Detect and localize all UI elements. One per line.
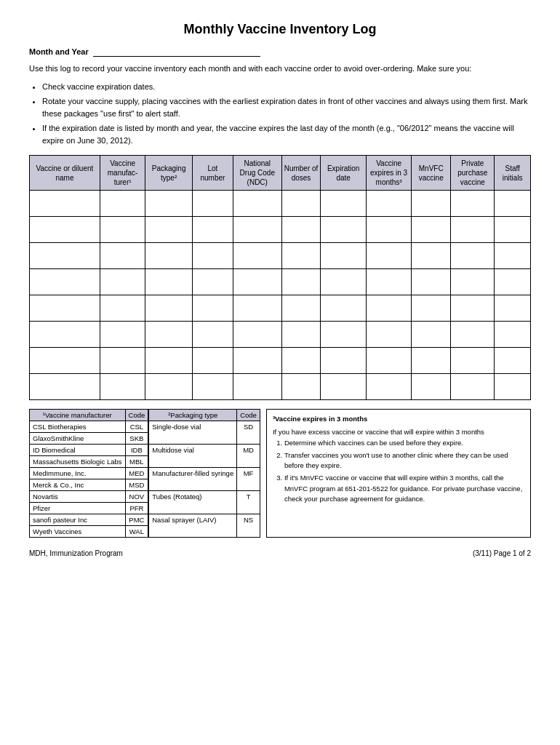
table-cell[interactable] bbox=[145, 269, 193, 295]
col-staff: Staff initials bbox=[495, 156, 531, 191]
table-cell[interactable] bbox=[192, 269, 233, 295]
table-cell[interactable] bbox=[366, 269, 411, 295]
table-cell[interactable] bbox=[30, 374, 100, 400]
table-cell[interactable] bbox=[145, 322, 193, 348]
table-cell[interactable] bbox=[145, 243, 193, 269]
fn3-title: ³Vaccine expires in 3 months bbox=[273, 414, 524, 424]
table-cell[interactable] bbox=[281, 348, 321, 374]
table-cell[interactable] bbox=[495, 348, 531, 374]
fn1-manufacturer: Merck & Co., Inc bbox=[30, 479, 126, 491]
footer-left-text: MDH, Immunization Program bbox=[29, 549, 123, 557]
table-cell[interactable] bbox=[100, 374, 145, 400]
table-cell[interactable] bbox=[145, 217, 193, 243]
table-cell[interactable] bbox=[281, 243, 321, 269]
table-cell[interactable] bbox=[30, 269, 100, 295]
instruction-list: Check vaccine expiration dates. Rotate y… bbox=[42, 81, 531, 147]
table-cell[interactable] bbox=[366, 217, 411, 243]
bullet-1: Check vaccine expiration dates. bbox=[42, 81, 531, 93]
table-cell[interactable] bbox=[30, 217, 100, 243]
table-cell[interactable] bbox=[100, 191, 145, 217]
table-cell[interactable] bbox=[451, 374, 495, 400]
table-cell[interactable] bbox=[412, 269, 451, 295]
table-cell[interactable] bbox=[30, 191, 100, 217]
table-cell[interactable] bbox=[451, 269, 495, 295]
table-cell[interactable] bbox=[366, 348, 411, 374]
table-cell[interactable] bbox=[281, 269, 321, 295]
table-cell[interactable] bbox=[30, 243, 100, 269]
table-cell[interactable] bbox=[366, 322, 411, 348]
table-cell[interactable] bbox=[145, 191, 193, 217]
table-cell[interactable] bbox=[451, 348, 495, 374]
table-cell[interactable] bbox=[192, 191, 233, 217]
table-cell[interactable] bbox=[233, 348, 281, 374]
table-cell[interactable] bbox=[192, 322, 233, 348]
table-cell[interactable] bbox=[281, 295, 321, 322]
table-cell[interactable] bbox=[495, 374, 531, 400]
table-cell[interactable] bbox=[100, 269, 145, 295]
table-cell[interactable] bbox=[366, 243, 411, 269]
col-lot: Lot number bbox=[192, 156, 233, 191]
table-cell[interactable] bbox=[366, 191, 411, 217]
table-cell[interactable] bbox=[192, 295, 233, 322]
table-cell[interactable] bbox=[192, 243, 233, 269]
table-cell[interactable] bbox=[30, 295, 100, 322]
table-cell[interactable] bbox=[233, 191, 281, 217]
table-cell[interactable] bbox=[451, 295, 495, 322]
fn2-code: MD bbox=[237, 445, 260, 468]
table-cell[interactable] bbox=[30, 322, 100, 348]
table-cell[interactable] bbox=[281, 191, 321, 217]
table-cell[interactable] bbox=[30, 348, 100, 374]
table-cell[interactable] bbox=[451, 243, 495, 269]
table-cell[interactable] bbox=[495, 269, 531, 295]
table-cell[interactable] bbox=[321, 295, 366, 322]
table-cell[interactable] bbox=[100, 217, 145, 243]
table-cell[interactable] bbox=[100, 348, 145, 374]
table-cell[interactable] bbox=[281, 322, 321, 348]
table-cell[interactable] bbox=[451, 322, 495, 348]
table-cell[interactable] bbox=[412, 217, 451, 243]
table-cell[interactable] bbox=[412, 191, 451, 217]
table-cell[interactable] bbox=[366, 295, 411, 322]
table-cell[interactable] bbox=[321, 348, 366, 374]
table-cell[interactable] bbox=[495, 243, 531, 269]
table-cell[interactable] bbox=[366, 374, 411, 400]
table-cell[interactable] bbox=[321, 217, 366, 243]
table-cell[interactable] bbox=[233, 322, 281, 348]
table-cell[interactable] bbox=[192, 217, 233, 243]
table-cell[interactable] bbox=[145, 348, 193, 374]
table-cell[interactable] bbox=[321, 191, 366, 217]
table-cell[interactable] bbox=[281, 374, 321, 400]
table-cell[interactable] bbox=[233, 374, 281, 400]
table-cell[interactable] bbox=[192, 374, 233, 400]
col-private: Private purchase vaccine bbox=[451, 156, 495, 191]
table-cell[interactable] bbox=[192, 348, 233, 374]
table-cell[interactable] bbox=[233, 243, 281, 269]
table-cell[interactable] bbox=[100, 295, 145, 322]
table-cell[interactable] bbox=[495, 295, 531, 322]
table-cell[interactable] bbox=[412, 295, 451, 322]
table-cell[interactable] bbox=[100, 243, 145, 269]
table-cell[interactable] bbox=[412, 322, 451, 348]
table-cell[interactable] bbox=[495, 191, 531, 217]
table-cell[interactable] bbox=[321, 374, 366, 400]
table-cell[interactable] bbox=[451, 191, 495, 217]
table-cell[interactable] bbox=[495, 322, 531, 348]
table-cell[interactable] bbox=[451, 217, 495, 243]
table-cell[interactable] bbox=[321, 322, 366, 348]
table-cell[interactable] bbox=[145, 374, 193, 400]
table-cell[interactable] bbox=[321, 243, 366, 269]
table-cell[interactable] bbox=[233, 269, 281, 295]
table-cell[interactable] bbox=[233, 217, 281, 243]
table-cell[interactable] bbox=[281, 217, 321, 243]
table-cell[interactable] bbox=[412, 243, 451, 269]
table-cell[interactable] bbox=[233, 295, 281, 322]
table-cell[interactable] bbox=[321, 269, 366, 295]
month-year-label: Month and Year bbox=[29, 47, 89, 56]
month-year-line[interactable] bbox=[93, 47, 260, 57]
fn2-code: MF bbox=[237, 468, 260, 491]
table-cell[interactable] bbox=[100, 322, 145, 348]
table-cell[interactable] bbox=[495, 217, 531, 243]
table-cell[interactable] bbox=[145, 295, 193, 322]
table-cell[interactable] bbox=[412, 374, 451, 400]
table-cell[interactable] bbox=[412, 348, 451, 374]
